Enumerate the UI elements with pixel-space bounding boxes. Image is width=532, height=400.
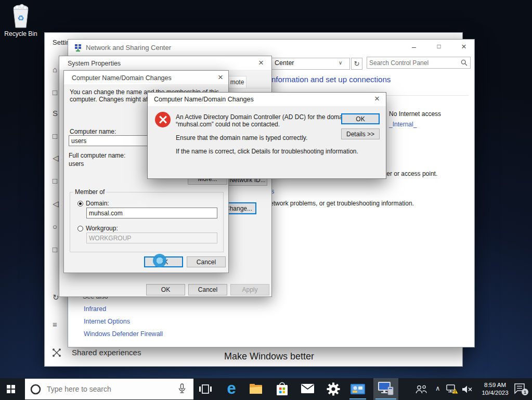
- computer-name-label: Computer name:: [70, 128, 116, 135]
- chevron-down-icon[interactable]: ∨: [339, 60, 342, 66]
- tablet-mode-icon[interactable]: □: [53, 245, 57, 254]
- recycle-bin-icon: ♻: [9, 3, 32, 29]
- computer-icon: [378, 382, 394, 396]
- tab-remote[interactable]: mote: [228, 76, 246, 88]
- error-message-2: Ensure that the domain name is typed cor…: [176, 134, 307, 141]
- volume-muted-icon[interactable]: [462, 385, 473, 394]
- notification-badge: 1: [522, 389, 528, 395]
- storage-icon[interactable]: ◁: [53, 199, 59, 209]
- dialog-title: Computer Name/Domain Changes: [72, 74, 172, 82]
- multitasking-icon[interactable]: ≡: [53, 320, 57, 329]
- ok-button[interactable]: OK: [341, 113, 380, 124]
- sidebar-item-shared-experiences[interactable]: Shared experiences: [72, 348, 141, 357]
- start-button[interactable]: [7, 385, 15, 393]
- battery-icon[interactable]: ○: [53, 222, 57, 231]
- close-icon[interactable]: ×: [218, 73, 223, 82]
- close-icon[interactable]: ×: [258, 59, 264, 67]
- details-button[interactable]: Details >>: [341, 128, 380, 139]
- running-indicator: [375, 398, 396, 399]
- taskbar-search-input[interactable]: [46, 379, 178, 399]
- store-icon[interactable]: [276, 381, 288, 396]
- clock[interactable]: 8:59 AM 10/4/2023: [476, 381, 514, 397]
- error-message-3: If the name is correct, click Details fo…: [176, 148, 358, 155]
- sync-icon[interactable]: ↻: [53, 293, 59, 302]
- make-windows-better-heading: Make Windows better: [224, 351, 314, 362]
- mail-icon[interactable]: [301, 384, 314, 393]
- touch-click-indicator: [153, 254, 166, 267]
- power-icon[interactable]: □: [53, 176, 57, 185]
- full-computer-name-label: Full computer name:: [69, 152, 125, 159]
- people-icon[interactable]: [415, 385, 427, 394]
- settings-gear-icon[interactable]: [327, 382, 340, 396]
- cancel-button[interactable]: Cancel: [187, 256, 226, 267]
- search-icon: [461, 59, 468, 66]
- taskbar: e: [0, 378, 532, 400]
- file-explorer-icon[interactable]: [250, 383, 263, 394]
- control-panel-icon[interactable]: [351, 384, 365, 394]
- domain-radio[interactable]: [77, 201, 83, 207]
- svg-text:♻: ♻: [17, 14, 24, 23]
- shared-experiences-icon: [51, 347, 62, 358]
- system-label-icon[interactable]: S: [53, 109, 58, 118]
- recycle-bin-label: Recycle Bin: [4, 30, 37, 37]
- running-indicator: [349, 398, 366, 399]
- network-sharing-center-icon: [74, 44, 82, 52]
- system-properties-taskbar-button[interactable]: [373, 378, 398, 400]
- taskbar-search[interactable]: [25, 379, 193, 399]
- task-view-icon[interactable]: [199, 383, 212, 395]
- sidebar-link-windows-defender-firewall[interactable]: Windows Defender Firewall: [84, 330, 163, 338]
- ok-button[interactable]: OK: [146, 284, 185, 295]
- dialog-title: System Properties: [68, 60, 121, 67]
- full-computer-name-value: users: [69, 160, 84, 167]
- workgroup-radio[interactable]: [77, 226, 83, 231]
- recycle-bin[interactable]: ♻ Recycle Bin: [4, 3, 37, 40]
- network-status-icon[interactable]: [446, 384, 458, 394]
- edge-icon[interactable]: e: [224, 379, 239, 398]
- error-message-line2: “muhsal.com” could not be contacted.: [176, 121, 280, 128]
- cancel-button[interactable]: Cancel: [188, 284, 227, 295]
- workgroup-radio-label[interactable]: Workgroup:: [86, 225, 118, 232]
- close-icon[interactable]: ×: [374, 95, 380, 103]
- refresh-icon[interactable]: ↻: [351, 58, 362, 70]
- sound-icon[interactable]: ◁: [53, 153, 59, 163]
- search-input[interactable]: [367, 57, 471, 69]
- no-internet-status: No Internet access: [389, 110, 441, 118]
- member-of-label: Member of: [73, 188, 106, 196]
- sidebar-link-infrared[interactable]: Infrared: [84, 305, 106, 313]
- clock-time: 8:59 AM: [476, 381, 514, 389]
- apply-button[interactable]: Apply: [230, 284, 269, 295]
- hidden-icons-chevron[interactable]: ∧: [435, 384, 440, 392]
- sidebar-link-internet-options[interactable]: Internet Options: [84, 318, 130, 325]
- address-text: Center: [275, 59, 294, 67]
- domain-input[interactable]: [86, 208, 217, 218]
- microphone-icon[interactable]: [178, 383, 186, 395]
- desktop: ♻ Recycle Bin Settings ⌂□S□◁□◁○□↻≡ Share…: [0, 0, 532, 400]
- close-button[interactable]: ×: [456, 43, 472, 51]
- error-icon: [155, 112, 171, 127]
- minimize-button[interactable]: –: [406, 43, 422, 51]
- internal-network-link[interactable]: _Internal_: [389, 121, 417, 128]
- home-icon[interactable]: ⌂: [53, 65, 57, 74]
- search-box[interactable]: [367, 57, 471, 69]
- domain-radio-label[interactable]: Domain:: [86, 200, 109, 207]
- action-center-icon[interactable]: 1: [514, 383, 528, 395]
- clock-date: 10/4/2023: [476, 389, 514, 397]
- maximize-button[interactable]: □: [431, 43, 447, 50]
- dialog-title: Computer Name/Domain Changes: [154, 96, 254, 103]
- error-dialog: Computer Name/Domain Changes × An Active…: [147, 92, 386, 179]
- error-message-line1: An Active Directory Domain Controller (A…: [176, 113, 347, 121]
- cortana-ring-icon: [30, 384, 41, 395]
- window-title: Network and Sharing Center: [86, 44, 171, 51]
- display-icon[interactable]: □: [53, 88, 57, 97]
- notifications-icon[interactable]: □: [53, 132, 57, 140]
- workgroup-input: [86, 233, 217, 243]
- tab-content-edge: [225, 88, 270, 88]
